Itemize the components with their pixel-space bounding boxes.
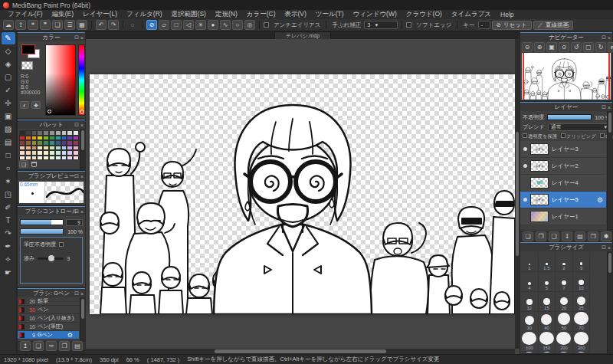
brush-opacity-slider[interactable] xyxy=(20,228,64,234)
brush-list-scrollbar[interactable] xyxy=(80,297,85,341)
canvas-viewport[interactable] xyxy=(86,39,515,349)
navigator-thumbnail[interactable] xyxy=(522,53,611,100)
blend-dropdown[interactable]: 通常 ▾ xyxy=(548,123,610,131)
brush-size-cell[interactable]: 40 xyxy=(539,312,556,332)
menu-item-7[interactable]: 表示(V) xyxy=(280,10,310,19)
brush-size-cell[interactable]: 1.5 xyxy=(539,252,556,272)
select-lasso-tool[interactable]: ○ xyxy=(2,162,15,175)
redo-button[interactable]: ↷ xyxy=(108,20,119,30)
canvas-horizontal-scrollbar[interactable] xyxy=(86,349,515,354)
menu-item-0[interactable]: ファイル(F) xyxy=(3,10,48,19)
menu-item-5[interactable]: 定規(N) xyxy=(211,10,242,19)
actual-size-icon[interactable]: ⊙ xyxy=(559,42,569,52)
clipping-option[interactable]: クリッピング xyxy=(561,133,596,140)
layer-row[interactable]: レイヤー2 xyxy=(520,158,606,175)
brush-list-title[interactable]: ブラシ: Gペン ⊡× xyxy=(18,288,85,297)
brush-size-cell[interactable]: 2 xyxy=(556,252,573,272)
eye-icon[interactable] xyxy=(523,164,527,168)
brush-size-cell[interactable]: 500 xyxy=(539,352,556,353)
layer-row[interactable]: レイヤー3 xyxy=(520,141,606,158)
new-layer-icon[interactable]: ❏ xyxy=(523,231,533,241)
close-icon[interactable]: × xyxy=(80,123,84,128)
brush-size-title[interactable]: ブラシサイズ ⊡× xyxy=(520,242,612,251)
float-panel-icon[interactable]: ⊡ xyxy=(74,34,79,41)
menu-item-4[interactable]: 選択範囲(S) xyxy=(167,10,211,19)
list-icon[interactable]: ☰ xyxy=(64,20,75,30)
clipping-checkbox[interactable] xyxy=(561,133,565,138)
brush-row[interactable]: 9Gペン⚙ xyxy=(18,331,79,339)
palette-swatch[interactable] xyxy=(55,156,61,161)
gear-icon[interactable]: ⚙ xyxy=(67,332,73,339)
menu-item-3[interactable]: フィルタ(R) xyxy=(122,10,167,19)
upload-icon[interactable]: ⇪ xyxy=(15,20,26,30)
fit-window-icon[interactable]: ▣ xyxy=(546,42,557,52)
brush-tool[interactable]: ✎ xyxy=(2,32,15,44)
new-palette-color-button[interactable]: ❏ xyxy=(19,160,28,168)
antialias-checkbox[interactable] xyxy=(264,22,269,28)
close-icon[interactable]: × xyxy=(80,291,84,297)
copy-layer-icon[interactable]: ❒ xyxy=(588,231,598,241)
brush-size-cell[interactable]: 700 xyxy=(556,352,573,353)
brush-size-cell[interactable]: 10 xyxy=(573,272,591,292)
close-icon[interactable]: × xyxy=(80,35,84,41)
bucket-tool[interactable]: ▨ xyxy=(2,123,15,136)
snap-off-icon[interactable]: ⊘ xyxy=(146,20,157,30)
brush-preview-title[interactable]: ブラシプレビュー ⊡× xyxy=(18,171,85,180)
gear-icon[interactable]: ⚙ xyxy=(597,196,603,204)
menu-item-1[interactable]: 編集(E) xyxy=(48,10,78,19)
rotate-left-icon[interactable]: ↺ xyxy=(571,42,582,52)
gradient-tool[interactable]: ▤ xyxy=(2,136,15,149)
merge-down-icon[interactable]: ↧ xyxy=(562,231,572,241)
float-panel-icon[interactable]: ⊡ xyxy=(74,173,79,179)
undo-button[interactable]: ↶ xyxy=(96,20,107,30)
softedge-checkbox[interactable] xyxy=(406,22,411,28)
brush-size-cell[interactable]: 1000 xyxy=(573,352,591,353)
lock-checkbox[interactable] xyxy=(600,133,605,138)
trash-icon[interactable] xyxy=(31,162,37,167)
brush-size-cell[interactable]: 4 xyxy=(521,272,539,292)
stabilizer-dropdown[interactable]: 3 ▾ xyxy=(364,21,398,29)
eraser-tool[interactable]: ◇ xyxy=(2,45,15,57)
brush-row[interactable]: 20鉛筆 xyxy=(18,297,79,306)
layer-row[interactable]: レイヤー5⚙ xyxy=(520,192,606,208)
menu-item-12[interactable]: Help xyxy=(496,11,518,18)
protect-alpha-option[interactable]: 透明度を保護 xyxy=(523,133,557,140)
saturation-value-picker[interactable] xyxy=(45,44,76,116)
float-panel-icon[interactable]: ⊡ xyxy=(74,290,79,297)
new-brush-icon[interactable]: ❏ xyxy=(33,341,44,351)
palette-scrollbar[interactable] xyxy=(80,129,85,169)
pen-tool[interactable]: ✒ xyxy=(2,241,15,253)
close-icon[interactable]: × xyxy=(80,209,84,215)
snap-concentric-icon[interactable]: ◎ xyxy=(244,20,255,30)
palette-swatch[interactable] xyxy=(67,156,73,161)
eye-icon[interactable] xyxy=(523,198,527,202)
brush-size-cell[interactable]: 1 xyxy=(521,252,539,272)
navigator-title[interactable]: ナビゲーター ⊡× xyxy=(520,32,612,41)
chat-icon[interactable]: ❞ xyxy=(40,20,51,30)
snap-parallel-icon[interactable]: ▱ xyxy=(159,20,169,30)
line-draw-button[interactable]: ／ 直線描画 xyxy=(533,21,574,30)
text-tool[interactable]: T xyxy=(2,215,15,227)
zoom-in-icon[interactable]: ⊕ xyxy=(534,42,545,52)
brush-menu-icon[interactable]: ✑ xyxy=(46,341,57,351)
layers-scrollbar[interactable] xyxy=(607,111,612,231)
brush-size-cell[interactable]: 12 xyxy=(521,292,539,312)
flip-icon[interactable]: ⇄ xyxy=(608,42,613,52)
duplicate-brush-icon[interactable]: ❐ xyxy=(59,341,70,351)
eye-icon[interactable] xyxy=(523,147,527,151)
brush-control-title[interactable]: ブラシコントロール ⊡× xyxy=(18,206,85,215)
cloud-icon[interactable]: ☁ xyxy=(3,20,14,30)
zoom-out-icon[interactable]: ⊖ xyxy=(522,42,533,52)
brush-up-icon[interactable]: ↥ xyxy=(20,341,31,351)
layer-settings-icon[interactable]: ✱ xyxy=(601,231,611,241)
brush-row[interactable]: 10ペン(入り抜き) xyxy=(18,314,79,323)
select-rect-tool[interactable]: □ xyxy=(2,149,15,162)
palette-panel-title[interactable]: パレット ⊡× xyxy=(18,120,85,129)
folder-icon[interactable]: ▤ xyxy=(575,231,585,241)
dot-pen-tool[interactable]: ◈ xyxy=(2,58,15,71)
menu-item-8[interactable]: ツール(T) xyxy=(311,10,349,19)
snap-ellipse-icon[interactable]: ○ xyxy=(232,20,243,30)
menu-item-10[interactable]: クラウド(O) xyxy=(402,10,447,19)
brush-size-cell[interactable]: 300 xyxy=(573,332,591,352)
add-color-icon[interactable]: ✚ xyxy=(31,101,41,109)
